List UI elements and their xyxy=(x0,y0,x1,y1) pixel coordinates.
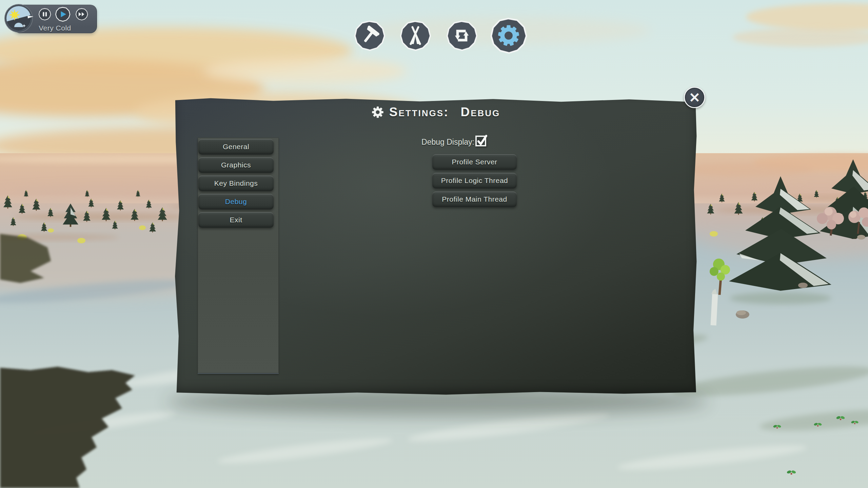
play-button[interactable] xyxy=(55,6,71,22)
profile-logic-thread-button[interactable]: Profile Logic Thread xyxy=(432,173,517,188)
panel-title-text: Settings: xyxy=(389,105,449,119)
gear-icon xyxy=(371,105,384,119)
checkmark-icon xyxy=(476,135,488,147)
close-button[interactable]: ✕ xyxy=(684,87,705,108)
sun-icon xyxy=(9,9,20,21)
settings-sidebar: General Graphics Key Bindings Debug Exit xyxy=(198,138,279,374)
panel-title-section: Debug xyxy=(460,105,500,119)
build-button[interactable] xyxy=(353,19,386,52)
sidebar-item-graphics[interactable]: Graphics xyxy=(198,157,274,173)
panel-title: Settings: Debug xyxy=(174,104,697,120)
debug-display-checkbox[interactable] xyxy=(475,136,486,146)
sidebar-item-general[interactable]: General xyxy=(198,139,274,155)
time-widget: Very Cold xyxy=(14,5,97,33)
temperature-label: Very Cold xyxy=(28,24,82,32)
sidebar-item-debug[interactable]: Debug xyxy=(198,194,274,209)
debug-display-label: Debug Display: xyxy=(394,137,474,147)
pause-button[interactable] xyxy=(38,8,51,21)
fast-forward-button[interactable] xyxy=(75,8,88,21)
sidebar-item-exit[interactable]: Exit xyxy=(198,212,274,228)
settings-panel: Settings: Debug General Graphics Key Bin… xyxy=(174,97,697,396)
profile-main-thread-button[interactable]: Profile Main Thread xyxy=(432,191,517,207)
tribe-button[interactable] xyxy=(399,19,432,52)
trade-button[interactable] xyxy=(446,19,478,52)
profile-server-button[interactable]: Profile Server xyxy=(432,154,517,170)
game-screen: Very Cold xyxy=(0,0,868,488)
sidebar-item-key-bindings[interactable]: Key Bindings xyxy=(198,176,274,191)
close-icon: ✕ xyxy=(689,91,701,104)
settings-button[interactable] xyxy=(489,16,528,55)
